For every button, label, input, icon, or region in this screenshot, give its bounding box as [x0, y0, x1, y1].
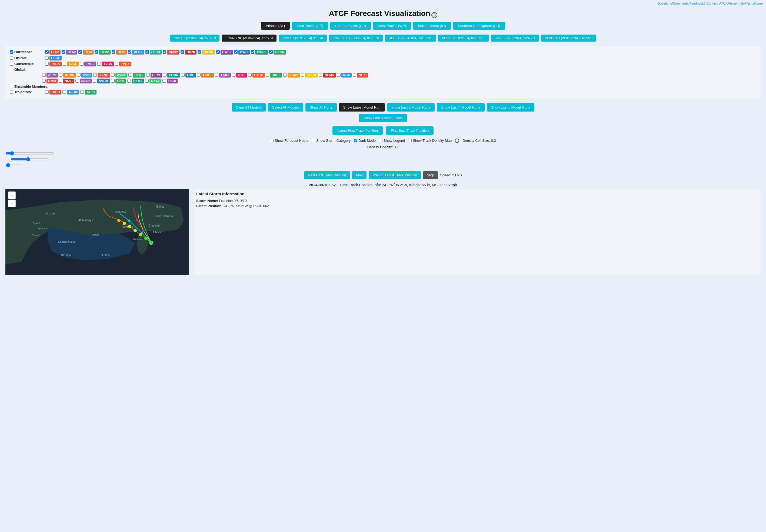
- global-models-row1-cb-12[interactable]: [248, 73, 252, 77]
- latest-track-button[interactable]: Latest Best Track Position: [332, 126, 383, 135]
- global-models-row1-cb-5[interactable]: [128, 73, 132, 77]
- basin-tab-1[interactable]: East Pacific (EP): [292, 22, 328, 30]
- global-models-row1-cb-16[interactable]: [319, 73, 322, 77]
- zoom-in-button[interactable]: +: [8, 191, 16, 199]
- global-models-row1-cb-15[interactable]: [301, 73, 304, 77]
- global-models-row1-cb-14[interactable]: [283, 73, 287, 77]
- dark-mode-checkbox[interactable]: [354, 139, 357, 142]
- global-models-row2-cb-6[interactable]: [145, 79, 149, 83]
- hurricane-checkbox[interactable]: [10, 50, 13, 54]
- info-icon[interactable]: ⓘ: [431, 12, 437, 18]
- storm-btn-3[interactable]: ERNESTO (AL052024) 8/9-8/20: [329, 35, 383, 42]
- hurricane-models-cb-2[interactable]: [78, 50, 82, 54]
- hurricane-models-cb-9[interactable]: [198, 50, 201, 54]
- global-models-row1-cb-7[interactable]: [163, 73, 166, 77]
- basin-tab-4[interactable]: Indian Ocean (IO): [413, 22, 451, 30]
- global-models-row2-cb-3[interactable]: [93, 79, 96, 83]
- trajectory-models-cb-1[interactable]: [62, 90, 66, 94]
- slider1[interactable]: [5, 151, 54, 156]
- storm-category-label[interactable]: Show Storm Category: [312, 139, 351, 143]
- storm-btn-1[interactable]: FRANCINE (AL062024) 9/6-9/10: [222, 35, 277, 42]
- hurricane-models-cb-4[interactable]: [112, 50, 115, 54]
- trajectory-models-cb-0[interactable]: [45, 90, 49, 94]
- stop-button[interactable]: Stop: [423, 171, 438, 179]
- show-last8-button[interactable]: Show Last 8 Model Runs: [359, 114, 407, 122]
- hurricane-models-cb-11[interactable]: [234, 50, 238, 54]
- show-last2-button[interactable]: Show Last 2 Model Runs: [387, 103, 435, 112]
- global-models-row1-cb-10[interactable]: [215, 73, 219, 77]
- hurricane-models-cb-0[interactable]: [45, 50, 49, 54]
- forecast-hours-label[interactable]: Show Forecast Hours: [270, 139, 308, 143]
- hurricane-models-cb-7[interactable]: [163, 50, 166, 54]
- dark-mode-label[interactable]: Dark Mode: [354, 139, 376, 143]
- zoom-out-button[interactable]: −: [8, 200, 16, 207]
- hurricane-models-cb-13[interactable]: [269, 50, 273, 54]
- global-models-row1-cb-17[interactable]: [337, 73, 341, 77]
- consensus-models-cb-4[interactable]: [115, 62, 118, 66]
- show-latest-button[interactable]: Show Latest Model Run: [339, 103, 385, 112]
- clear-all-button[interactable]: Clear All Models: [232, 103, 266, 112]
- basin-tab-2[interactable]: Central Pacific (CP): [330, 22, 371, 30]
- global-checkbox[interactable]: [10, 68, 13, 71]
- slider2[interactable]: [11, 157, 49, 161]
- global-models-row2-cb-2[interactable]: [75, 79, 79, 83]
- global-models-row1-cb-9[interactable]: [197, 73, 201, 77]
- global-models-row1-cb-11[interactable]: [232, 73, 236, 77]
- basin-tab-3[interactable]: West Pacific (WP): [373, 22, 411, 30]
- basin-tab-0[interactable]: Atlantic (AL): [261, 22, 290, 30]
- global-models-row1-cb-0[interactable]: [42, 73, 46, 77]
- consensus-checkbox[interactable]: [10, 62, 13, 66]
- first-track-button[interactable]: First Best Track Position: [386, 126, 434, 135]
- global-models-row1-cb-13[interactable]: [266, 73, 269, 77]
- global-models-row2-cb-4[interactable]: [111, 79, 115, 83]
- storm-btn-5[interactable]: BERYL (AL022024) 6/26-7/11: [438, 35, 489, 42]
- global-models-row2-cb-5[interactable]: [127, 79, 131, 83]
- trajectory-checkbox[interactable]: [10, 90, 13, 94]
- consensus-models-cb-2[interactable]: [80, 62, 83, 66]
- global-models-row1-cb-2[interactable]: [77, 73, 80, 77]
- global-models-row1-cb-4[interactable]: [111, 73, 115, 77]
- forecast-hours-checkbox[interactable]: [270, 139, 274, 142]
- ensemble-checkbox[interactable]: [10, 85, 13, 88]
- hurricane-models-cb-3[interactable]: [95, 50, 98, 54]
- global-models-row1-cb-8[interactable]: [181, 73, 184, 77]
- storm-btn-4[interactable]: DEBBY (AL042024) 7/31-8/10: [385, 35, 436, 42]
- consensus-models-cb-3[interactable]: [97, 62, 101, 66]
- global-models-row1-cb-3[interactable]: [93, 73, 97, 77]
- official-models-cb-0[interactable]: [45, 56, 49, 60]
- hurricane-models-cb-12[interactable]: [251, 50, 254, 54]
- storm-btn-6[interactable]: CHRIS (AL032024) 6/24-7/1: [491, 35, 539, 42]
- trajectory-models-cb-2[interactable]: [80, 90, 84, 94]
- show-all-runs-button[interactable]: Show All Runs: [305, 103, 337, 112]
- global-models-row1-cb-18[interactable]: [353, 73, 356, 77]
- show-last4-button[interactable]: Show Last 4 Model Runs: [437, 103, 485, 112]
- show-legend-checkbox[interactable]: [379, 139, 382, 142]
- hurricane-models-cb-1[interactable]: [62, 50, 65, 54]
- hurricane-models-cb-10[interactable]: [216, 50, 220, 54]
- storm-btn-2[interactable]: INVEST (AL912024) 9/6-9/8: [279, 35, 327, 42]
- hurricane-models-cb-6[interactable]: [145, 50, 149, 54]
- consensus-models-cb-0[interactable]: [45, 62, 49, 66]
- track-density-label[interactable]: Show Track Density Map: [408, 139, 452, 143]
- feedback-link[interactable]: Questions/Comments/Feedback? Contact: AT…: [657, 2, 763, 5]
- consensus-models-cb-1[interactable]: [63, 62, 66, 66]
- storm-btn-0[interactable]: INVEST (AL922024) 9/7-9/10: [170, 35, 220, 42]
- previous-track-button[interactable]: Previous Best Track Position: [369, 171, 421, 179]
- global-models-row2-cb-1[interactable]: [59, 79, 62, 83]
- hurricane-models-cb-5[interactable]: [128, 50, 131, 54]
- next-track-button[interactable]: Next Best Track Position: [304, 171, 350, 179]
- select-all-button[interactable]: Select All Models: [268, 103, 303, 112]
- show-legend-label[interactable]: Show Legend: [379, 139, 405, 143]
- global-models-row2-cb-7[interactable]: [162, 79, 166, 83]
- slider3[interactable]: [5, 163, 22, 167]
- global-models-row2-cb-0[interactable]: [42, 79, 46, 83]
- track-density-checkbox[interactable]: [408, 139, 412, 142]
- storm-btn-7[interactable]: ALBERTO (AL012024) 6/16-6/20: [541, 35, 596, 42]
- global-models-row1-cb-6[interactable]: [146, 73, 150, 77]
- basin-tab-5[interactable]: Southern Hemisphere (SH): [453, 22, 505, 30]
- show-last6-button[interactable]: Show Last 6 Model Runs: [487, 103, 535, 112]
- global-models-row1-cb-1[interactable]: [59, 73, 62, 77]
- hurricane-models-cb-8[interactable]: [180, 50, 184, 54]
- storm-category-checkbox[interactable]: [312, 139, 315, 142]
- official-checkbox[interactable]: [10, 56, 13, 60]
